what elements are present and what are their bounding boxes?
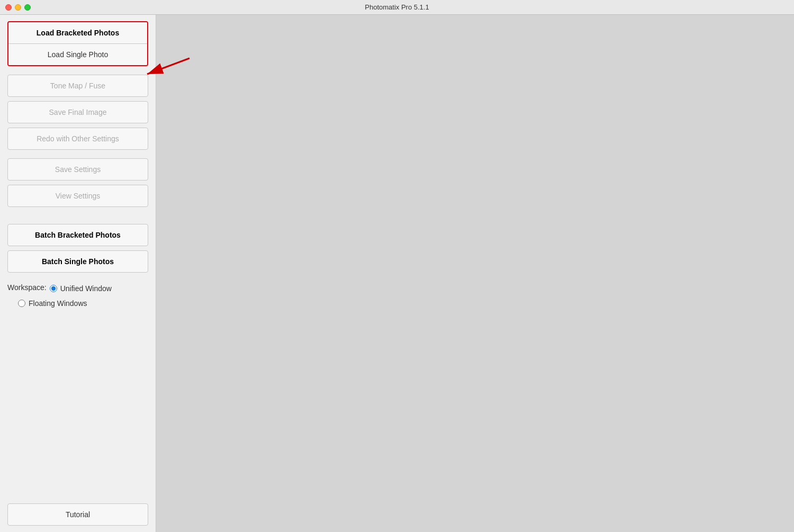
tone-map-fuse-button[interactable]: Tone Map / Fuse bbox=[7, 75, 148, 97]
save-final-image-button[interactable]: Save Final Image bbox=[7, 101, 148, 123]
batch-group: Batch Bracketed Photos Batch Single Phot… bbox=[7, 224, 148, 273]
unified-window-radio[interactable] bbox=[50, 285, 57, 292]
app-title: Photomatix Pro 5.1.1 bbox=[365, 3, 429, 11]
traffic-lights bbox=[5, 4, 31, 11]
save-settings-button[interactable]: Save Settings bbox=[7, 158, 148, 181]
load-single-photo-button[interactable]: Load Single Photo bbox=[8, 44, 147, 65]
unified-window-option[interactable]: Unified Window bbox=[50, 284, 112, 293]
sidebar: Load Bracketed Photos Load Single Photo … bbox=[0, 15, 156, 532]
close-button[interactable] bbox=[5, 4, 12, 11]
unified-window-label: Unified Window bbox=[60, 284, 112, 293]
tutorial-button[interactable]: Tutorial bbox=[7, 503, 148, 526]
floating-windows-radio[interactable] bbox=[18, 300, 25, 307]
workspace-label: Workspace: bbox=[7, 283, 47, 292]
floating-windows-label: Floating Windows bbox=[29, 299, 87, 308]
floating-windows-option[interactable]: Floating Windows bbox=[18, 299, 148, 308]
main-content bbox=[156, 15, 794, 532]
redo-with-other-settings-button[interactable]: Redo with Other Settings bbox=[7, 128, 148, 150]
view-settings-button[interactable]: View Settings bbox=[7, 185, 148, 207]
load-group: Load Bracketed Photos Load Single Photo bbox=[7, 21, 148, 66]
settings-group: Save Settings View Settings bbox=[7, 158, 148, 207]
title-bar: Photomatix Pro 5.1.1 bbox=[0, 0, 794, 15]
batch-single-photos-button[interactable]: Batch Single Photos bbox=[7, 250, 148, 273]
tutorial-group: Tutorial bbox=[7, 498, 148, 526]
workspace-group: Workspace: Unified Window Floating Windo… bbox=[7, 283, 148, 310]
batch-bracketed-photos-button[interactable]: Batch Bracketed Photos bbox=[7, 224, 148, 246]
processing-group: Tone Map / Fuse Save Final Image Redo wi… bbox=[7, 75, 148, 150]
maximize-button[interactable] bbox=[24, 4, 31, 11]
load-bracketed-photos-button[interactable]: Load Bracketed Photos bbox=[8, 22, 147, 44]
minimize-button[interactable] bbox=[15, 4, 21, 11]
